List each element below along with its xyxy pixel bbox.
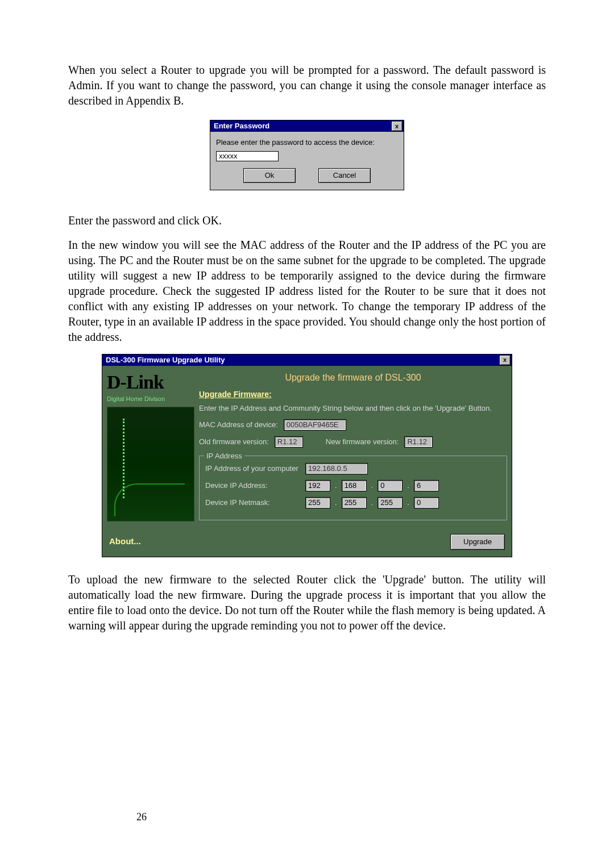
firmware-version-row: Old firmware version: R1.12 New firmware… bbox=[199, 436, 507, 448]
enter-password-text: Enter the password and click OK. bbox=[68, 213, 546, 228]
firmware-right-pane: Upgrade the firmware of DSL-300 Upgrade … bbox=[199, 366, 512, 527]
ip-fieldset-legend: IP Address bbox=[204, 451, 244, 461]
dot-separator: . bbox=[406, 498, 410, 508]
pc-ip-value: 192.168.0.5 bbox=[305, 463, 368, 474]
device-mask-octet-4[interactable]: 0 bbox=[414, 497, 439, 508]
pc-ip-row: IP Address of your computer 192.168.0.5 bbox=[205, 463, 501, 474]
firmware-left-pane: D-Link Digital Home Divison bbox=[102, 366, 199, 527]
password-dialog-body: Please enter the password to access the … bbox=[210, 132, 404, 190]
pc-ip-label: IP Address of your computer bbox=[205, 464, 302, 474]
device-mask-octet-2[interactable]: 255 bbox=[342, 497, 367, 508]
password-dialog-container: Enter Password x Please enter the passwo… bbox=[68, 120, 546, 190]
old-fw-label: Old firmware version: bbox=[199, 437, 269, 447]
dot-separator: . bbox=[370, 481, 375, 491]
firmware-dialog-title: DSL-300 Firmware Upgrade Utility bbox=[106, 355, 225, 365]
firmware-dialog-container: DSL-300 Firmware Upgrade Utility x D-Lin… bbox=[68, 354, 546, 557]
leaf-icon bbox=[114, 483, 185, 516]
firmware-dialog-content: D-Link Digital Home Divison Upgrade the … bbox=[102, 366, 512, 527]
page-number: 26 bbox=[136, 810, 147, 824]
password-dialog-buttons: Ok Cancel bbox=[216, 168, 398, 183]
firmware-dialog-titlebar: DSL-300 Firmware Upgrade Utility x bbox=[102, 354, 512, 366]
password-dialog: Enter Password x Please enter the passwo… bbox=[210, 120, 404, 190]
device-ip-row: Device IP Address: 192. 168. 0. 6 bbox=[205, 480, 501, 491]
device-netmask-row: Device IP Netmask: 255. 255. 255. 0 bbox=[205, 497, 501, 508]
new-fw-label: New firmware version: bbox=[326, 437, 399, 447]
device-ip-octet-4[interactable]: 6 bbox=[414, 480, 439, 491]
ip-address-fieldset: IP Address IP Address of your computer 1… bbox=[199, 456, 507, 520]
cancel-button[interactable]: Cancel bbox=[318, 168, 371, 183]
ip-address-explain-text: In the new window you will see the MAC a… bbox=[68, 237, 546, 345]
upgrade-button[interactable]: Upgrade bbox=[450, 534, 505, 550]
mac-row: MAC Address of device: 0050BAF9465E bbox=[199, 419, 507, 431]
about-button[interactable]: About... bbox=[109, 536, 141, 547]
intro-paragraph: When you select a Router to upgrade you … bbox=[68, 62, 546, 108]
upgrade-firmware-heading: Upgrade Firmware: bbox=[199, 389, 507, 400]
brand-name: D-Link bbox=[107, 369, 194, 395]
firmware-dialog: DSL-300 Firmware Upgrade Utility x D-Lin… bbox=[102, 354, 512, 557]
mac-label: MAC Address of device: bbox=[199, 420, 278, 430]
password-input[interactable]: xxxxx bbox=[216, 151, 279, 161]
password-prompt-label: Please enter the password to access the … bbox=[216, 137, 398, 148]
firmware-banner: Upgrade the firmware of DSL-300 bbox=[199, 366, 507, 389]
upgrade-instruction-text: Enter the IP Address and Community Strin… bbox=[199, 403, 507, 414]
device-ip-octet-3[interactable]: 0 bbox=[377, 480, 403, 491]
password-dialog-titlebar: Enter Password x bbox=[210, 120, 404, 132]
decorative-image bbox=[107, 407, 194, 521]
upload-firmware-text: To upload the new firmware to the select… bbox=[68, 572, 546, 633]
dot-separator: . bbox=[406, 481, 410, 491]
dlink-logo: D-Link Digital Home Divison bbox=[102, 366, 199, 404]
device-ip-octet-1[interactable]: 192 bbox=[305, 480, 330, 491]
new-fw-value: R1.12 bbox=[404, 436, 433, 448]
dot-separator: . bbox=[334, 498, 338, 508]
password-dialog-title: Enter Password bbox=[214, 121, 269, 131]
dot-separator: . bbox=[370, 498, 375, 508]
device-ip-octet-2[interactable]: 168 bbox=[342, 480, 367, 491]
close-icon[interactable]: x bbox=[391, 121, 403, 131]
brand-tagline: Digital Home Divison bbox=[107, 395, 194, 403]
password-input-value: xxxxx bbox=[219, 151, 238, 161]
mac-value: 0050BAF9465E bbox=[284, 419, 346, 431]
close-icon[interactable]: x bbox=[499, 355, 511, 365]
device-ip-label: Device IP Address: bbox=[205, 481, 302, 491]
old-fw-value: R1.12 bbox=[275, 436, 303, 448]
device-mask-octet-1[interactable]: 255 bbox=[305, 497, 330, 508]
ok-button[interactable]: Ok bbox=[243, 168, 296, 183]
device-netmask-label: Device IP Netmask: bbox=[205, 498, 302, 508]
firmware-dialog-footer: About... Upgrade bbox=[102, 527, 512, 557]
dot-separator: . bbox=[334, 481, 338, 491]
device-mask-octet-3[interactable]: 255 bbox=[377, 497, 403, 508]
